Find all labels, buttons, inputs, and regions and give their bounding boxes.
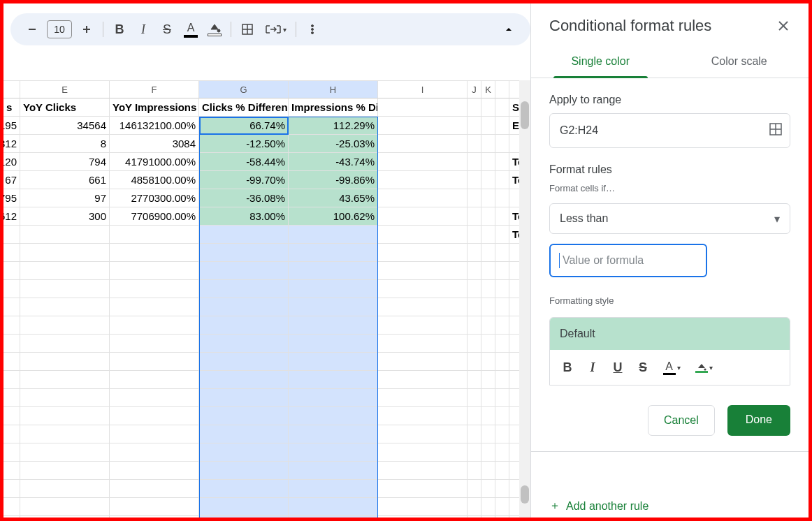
table-cell[interactable] (495, 262, 509, 280)
table-cell[interactable] (20, 443, 110, 462)
tab-color-scale[interactable]: Color scale (670, 47, 809, 78)
table-cell[interactable] (378, 389, 467, 407)
table-cell[interactable] (378, 335, 467, 353)
table-cell[interactable] (20, 480, 110, 498)
table-cell[interactable] (110, 335, 199, 353)
column-header-L[interactable] (495, 80, 509, 98)
table-cell[interactable] (481, 153, 495, 171)
table-cell[interactable] (199, 371, 289, 389)
table-cell[interactable] (20, 262, 110, 280)
table-cell[interactable] (199, 389, 289, 407)
header-cell[interactable]: s (3, 98, 20, 117)
table-cell[interactable] (110, 353, 199, 371)
table-cell[interactable] (110, 244, 199, 262)
table-cell[interactable] (199, 516, 289, 518)
table-cell[interactable]: 795 (3, 189, 20, 207)
table-cell[interactable] (467, 516, 481, 518)
table-cell[interactable]: 312 (3, 135, 20, 153)
table-cell[interactable] (110, 480, 199, 498)
table-cell[interactable] (378, 226, 467, 244)
table-cell[interactable] (110, 280, 199, 298)
merge-cells-button[interactable]: ▾ (259, 17, 291, 41)
done-button[interactable]: Done (727, 405, 790, 436)
header-cell[interactable] (481, 98, 495, 117)
table-cell[interactable] (467, 407, 481, 425)
header-cell[interactable] (495, 98, 509, 117)
table-cell[interactable] (495, 353, 509, 371)
table-cell[interactable] (289, 262, 378, 280)
table-cell[interactable] (378, 480, 467, 498)
table-cell[interactable]: -99.86% (289, 171, 378, 189)
italic-button[interactable]: I (131, 17, 155, 41)
table-cell[interactable] (289, 389, 378, 407)
table-cell[interactable] (3, 298, 20, 316)
table-cell[interactable] (495, 425, 509, 443)
table-cell[interactable]: 195 (3, 117, 20, 135)
table-cell[interactable] (110, 262, 199, 280)
table-cell[interactable]: 67 (3, 171, 20, 189)
table-cell[interactable] (495, 480, 509, 498)
table-cell[interactable]: 4858100.00% (110, 171, 199, 189)
column-header-F[interactable]: F (110, 80, 199, 98)
table-cell[interactable] (378, 244, 467, 262)
table-cell[interactable] (3, 280, 20, 298)
table-cell[interactable]: 41791000.00% (110, 153, 199, 171)
table-cell[interactable] (199, 498, 289, 516)
header-cell[interactable]: YoY Clicks (20, 98, 110, 117)
table-cell[interactable] (110, 389, 199, 407)
table-cell[interactable] (467, 226, 481, 244)
table-cell[interactable] (199, 443, 289, 462)
table-cell[interactable] (495, 335, 509, 353)
table-cell[interactable] (467, 480, 481, 498)
table-cell[interactable] (20, 462, 110, 480)
scrollbar-thumb[interactable] (521, 101, 529, 129)
table-cell[interactable] (467, 498, 481, 516)
style-preview-swatch[interactable]: Default (550, 318, 790, 350)
borders-button[interactable] (235, 17, 259, 41)
table-cell[interactable] (481, 371, 495, 389)
table-cell[interactable] (3, 516, 20, 518)
table-cell[interactable] (20, 371, 110, 389)
spreadsheet-grid[interactable]: EFGHIJK sYoY ClicksYoY ImpressionsClicks… (3, 80, 530, 518)
table-cell[interactable] (378, 262, 467, 280)
table-cell[interactable] (481, 407, 495, 425)
table-cell[interactable] (467, 335, 481, 353)
table-cell[interactable] (481, 207, 495, 226)
table-cell[interactable]: -99.70% (199, 171, 289, 189)
column-header-K[interactable]: K (481, 80, 495, 98)
fill-color-button[interactable] (203, 17, 226, 41)
column-header-I[interactable]: I (378, 80, 467, 98)
table-cell[interactable] (467, 389, 481, 407)
header-cell[interactable]: Clicks % Difference (199, 98, 289, 117)
table-cell[interactable] (467, 443, 481, 462)
table-cell[interactable] (481, 353, 495, 371)
select-range-icon[interactable] (769, 122, 783, 139)
table-cell[interactable] (467, 207, 481, 226)
table-cell[interactable] (495, 135, 509, 153)
table-cell[interactable] (481, 226, 495, 244)
table-cell[interactable] (495, 443, 509, 462)
close-panel-button[interactable] (774, 16, 793, 36)
table-cell[interactable] (495, 516, 509, 518)
table-cell[interactable]: -58.44% (199, 153, 289, 171)
table-cell[interactable] (199, 280, 289, 298)
table-cell[interactable]: 612 (3, 207, 20, 226)
table-cell[interactable] (481, 298, 495, 316)
condition-value-input[interactable]: Value or formula (549, 244, 707, 277)
collapse-toolbar-button[interactable] (497, 17, 521, 41)
table-cell[interactable] (289, 298, 378, 316)
table-cell[interactable]: 112.29% (289, 117, 378, 135)
table-cell[interactable] (467, 135, 481, 153)
table-cell[interactable] (289, 335, 378, 353)
table-cell[interactable] (481, 480, 495, 498)
table-cell[interactable] (20, 425, 110, 443)
table-cell[interactable] (289, 407, 378, 425)
font-size-input[interactable]: 10 (47, 20, 72, 38)
table-cell[interactable] (199, 462, 289, 480)
table-cell[interactable] (3, 462, 20, 480)
table-cell[interactable] (467, 280, 481, 298)
table-cell[interactable] (289, 425, 378, 443)
table-cell[interactable] (199, 226, 289, 244)
table-cell[interactable] (20, 407, 110, 425)
style-bold-button[interactable]: B (556, 355, 579, 379)
